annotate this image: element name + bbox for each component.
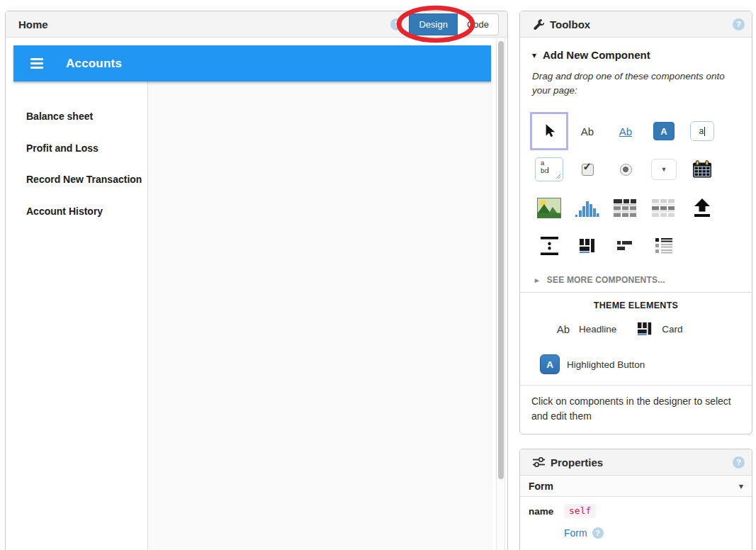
button-icon: A bbox=[653, 122, 675, 140]
highlighted-button-row: A Highlighted Button bbox=[540, 354, 742, 374]
form-type-help-icon[interactable]: ? bbox=[592, 527, 604, 539]
component-button[interactable]: A bbox=[645, 112, 683, 150]
sliders-icon bbox=[533, 457, 545, 467]
sidebar-link-profit-and-loss[interactable]: Profit and Loss bbox=[26, 133, 147, 164]
toolbox-footer-hint: Click on components in the designer to s… bbox=[520, 385, 752, 434]
component-flow-panel[interactable] bbox=[607, 227, 645, 265]
toolbox-help-icon[interactable]: ? bbox=[733, 18, 745, 30]
property-name-label: name bbox=[529, 506, 564, 517]
component-radio-button[interactable] bbox=[607, 150, 645, 189]
upload-icon bbox=[693, 198, 711, 218]
flow-panel-icon bbox=[617, 240, 634, 252]
properties-title: Properties bbox=[551, 456, 603, 468]
radio-button-icon bbox=[620, 164, 632, 176]
theme-card[interactable]: Card bbox=[662, 324, 682, 335]
check-box-icon: ✓ bbox=[582, 164, 594, 176]
chevron-right-icon: ▸ bbox=[535, 276, 539, 284]
component-file-loader[interactable] bbox=[683, 189, 721, 227]
design-tab[interactable]: Design bbox=[409, 13, 457, 35]
form-editor-header: Home ? Design Code bbox=[6, 11, 507, 38]
linear-panel-icon bbox=[655, 238, 672, 254]
divider bbox=[520, 292, 752, 293]
highlighted-button-icon[interactable]: A bbox=[540, 354, 560, 374]
toolbox-title: Toolbox bbox=[550, 18, 590, 30]
app-sidebar: Balance sheet Profit and Loss Record New… bbox=[13, 82, 148, 550]
drop-down-icon: ▼ bbox=[651, 159, 677, 180]
theme-highlighted-button[interactable]: Highlighted Button bbox=[567, 359, 645, 370]
wrench-icon bbox=[533, 18, 544, 30]
spacer-icon bbox=[541, 237, 558, 255]
link-icon: Ab bbox=[619, 125, 632, 138]
component-link[interactable]: Ab bbox=[607, 112, 645, 150]
component-text-area[interactable]: a bc bbox=[530, 150, 568, 189]
component-data-grid[interactable] bbox=[607, 189, 645, 227]
theme-headline[interactable]: Headline bbox=[579, 324, 616, 335]
property-name-row: name self bbox=[520, 497, 752, 518]
app-title: Accounts bbox=[66, 57, 122, 71]
properties-group-row[interactable]: Form ▾ bbox=[520, 476, 752, 497]
toolbox-header: Toolbox ? bbox=[520, 11, 752, 38]
chevron-down-icon: ▾ bbox=[739, 482, 743, 490]
properties-help-icon[interactable]: ? bbox=[733, 456, 745, 468]
toolbox-body: ▾ Add New Component Drag and drop one of… bbox=[520, 38, 752, 385]
page-title: Home bbox=[18, 18, 48, 30]
form-type-link[interactable]: Form bbox=[564, 527, 587, 539]
component-image[interactable] bbox=[530, 189, 568, 227]
properties-group-label: Form bbox=[529, 481, 553, 492]
canvas-scrollbar[interactable] bbox=[496, 38, 505, 550]
component-spacer[interactable] bbox=[530, 227, 568, 265]
text-box-icon: a bbox=[690, 121, 714, 141]
headline-icon[interactable]: Ab bbox=[554, 323, 572, 335]
toolbox-panel: Toolbox ? ▾ Add New Component Drag and d… bbox=[519, 11, 752, 434]
add-new-component-section[interactable]: ▾ Add New Component bbox=[532, 49, 742, 61]
theme-elements-title: THEME ELEMENTS bbox=[530, 301, 742, 310]
component-date-picker[interactable] bbox=[683, 150, 721, 189]
sidebar-link-balance-sheet[interactable]: Balance sheet bbox=[26, 101, 147, 133]
app-bar[interactable]: Accounts bbox=[13, 45, 491, 82]
code-tab[interactable]: Code bbox=[458, 13, 499, 35]
text-area-icon: a bc bbox=[535, 157, 563, 181]
component-grid: Ab Ab A a a bc bbox=[530, 112, 723, 265]
scrollbar-thumb[interactable] bbox=[498, 41, 504, 479]
editor-header-actions: ? Design Code bbox=[390, 13, 500, 35]
properties-panel: Properties ? Form ▾ name self Form ? bbox=[519, 449, 752, 550]
plot-icon bbox=[575, 198, 600, 217]
component-text-box[interactable]: a bbox=[683, 112, 721, 150]
property-name-value[interactable]: self bbox=[564, 504, 596, 518]
component-repeating-panel[interactable] bbox=[645, 189, 683, 227]
cursor-arrow-icon bbox=[541, 123, 557, 140]
column-panel-icon bbox=[579, 237, 596, 254]
properties-header: Properties ? bbox=[520, 449, 752, 476]
card-icon[interactable] bbox=[637, 321, 653, 337]
app-content-area[interactable] bbox=[148, 82, 492, 550]
component-label[interactable]: Ab bbox=[568, 112, 607, 150]
component-linear-panel[interactable] bbox=[645, 227, 683, 265]
add-new-component-title: Add New Component bbox=[543, 49, 650, 61]
design-code-toggle: Design Code bbox=[409, 13, 499, 35]
see-more-components[interactable]: ▸ SEE MORE COMPONENTS... bbox=[535, 275, 742, 285]
component-column-panel[interactable] bbox=[568, 227, 607, 265]
sidebar-link-record-new-transaction[interactable]: Record New Transaction bbox=[26, 164, 147, 196]
label-icon: Ab bbox=[581, 125, 594, 138]
data-grid-icon bbox=[613, 199, 638, 217]
component-drop-down[interactable]: ▼ bbox=[645, 150, 683, 189]
chevron-down-icon: ▾ bbox=[532, 51, 536, 60]
help-icon[interactable]: ? bbox=[390, 18, 402, 30]
component-select-arrow[interactable] bbox=[530, 112, 568, 150]
design-canvas[interactable]: Accounts Balance sheet Profit and Loss R… bbox=[6, 38, 507, 550]
component-plot[interactable] bbox=[568, 189, 607, 227]
repeating-panel-icon bbox=[651, 199, 677, 217]
image-icon bbox=[537, 198, 561, 218]
property-type-row: Form ? bbox=[520, 518, 752, 539]
hamburger-menu-icon[interactable] bbox=[30, 58, 43, 69]
see-more-label: SEE MORE COMPONENTS... bbox=[547, 275, 665, 285]
component-check-box[interactable]: ✓ bbox=[568, 150, 607, 189]
form-editor-panel: Home ? Design Code Accounts Balance shee… bbox=[5, 11, 508, 550]
sidebar-link-account-history[interactable]: Account History bbox=[26, 196, 147, 228]
calendar-icon bbox=[692, 160, 712, 179]
theme-elements-row: Ab Headline Card bbox=[554, 321, 742, 337]
toolbox-instructions: Drag and drop one of these components on… bbox=[532, 69, 742, 97]
